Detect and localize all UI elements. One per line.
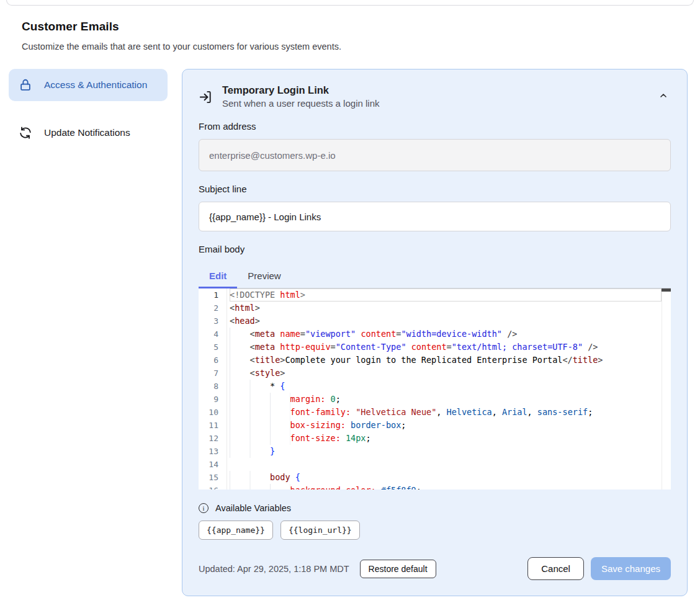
line-number: 9 [199, 393, 218, 406]
email-settings-panel: Temporary Login Link Sent when a user re… [182, 69, 688, 596]
line-number: 8 [199, 380, 218, 393]
code-lines[interactable]: <!DOCTYPE html><html><head><meta name="v… [227, 288, 662, 490]
line-number: 16 [199, 484, 218, 490]
sidebar-item-label: Update Notifications [44, 127, 130, 138]
code-line[interactable]: <html> [230, 302, 662, 315]
panel-subtitle: Sent when a user requests a login link [222, 98, 379, 109]
restore-default-button[interactable]: Restore default [360, 560, 436, 578]
indent-guides [230, 328, 250, 341]
line-number: 13 [199, 445, 218, 458]
code-line[interactable]: font-family: "Helvetica Neue", Helvetica… [230, 406, 662, 419]
email-body-label: Email body [199, 244, 671, 254]
code-line[interactable]: <meta http-equiv="Content-Type" content=… [230, 341, 662, 354]
info-icon: i [199, 503, 209, 513]
available-variables-header: i Available Variables [199, 503, 671, 513]
line-number: 3 [199, 315, 218, 328]
indent-guides [230, 367, 250, 380]
code-line[interactable]: <!DOCTYPE html> [230, 288, 662, 302]
line-number: 14 [199, 458, 218, 471]
sync-icon [19, 126, 32, 140]
subject-line-label: Subject line [199, 184, 671, 194]
content-area: Access & AuthenticationUpdate Notificati… [9, 69, 688, 596]
panel-header-text: Temporary Login Link Sent when a user re… [222, 84, 379, 109]
indent-guides [230, 445, 270, 458]
line-number: 2 [199, 302, 218, 315]
code-line[interactable]: box-sizing: border-box; [230, 419, 662, 432]
page-title: Customer Emails [22, 20, 700, 34]
line-number: 1 [199, 288, 218, 302]
cancel-button[interactable]: Cancel [527, 557, 584, 580]
code-line[interactable]: <style> [230, 367, 662, 380]
line-number: 11 [199, 419, 218, 432]
panel-title: Temporary Login Link [222, 84, 379, 96]
collapse-panel-button[interactable] [656, 88, 671, 105]
indent-guides [230, 341, 250, 354]
indent-guides [230, 406, 290, 419]
indent-guides [230, 419, 290, 432]
lock-icon [19, 78, 32, 92]
code-line[interactable]: * { [230, 380, 662, 393]
line-number: 4 [199, 328, 218, 341]
from-address-label: From address [199, 121, 671, 132]
email-body-tabs: EditPreview [199, 264, 671, 288]
line-number: 6 [199, 354, 218, 367]
sidebar-item-update-notifications[interactable]: Update Notifications [9, 117, 168, 149]
panel-footer: Updated: Apr 29, 2025, 1:18 PM MDT Resto… [199, 557, 671, 580]
variable-chip[interactable]: {{app_name}} [199, 521, 273, 540]
line-number: 12 [199, 432, 218, 445]
line-number: 5 [199, 341, 218, 354]
sidebar: Access & AuthenticationUpdate Notificati… [9, 69, 168, 149]
variable-chip[interactable]: {{login_url}} [280, 521, 360, 540]
sidebar-item-access-authentication[interactable]: Access & Authentication [9, 69, 168, 101]
code-line[interactable]: margin: 0; [230, 393, 662, 406]
page-description: Customize the emails that are sent to yo… [22, 42, 700, 51]
from-address-input[interactable] [199, 139, 671, 171]
code-line[interactable]: <meta name="viewport" content="width=dev… [230, 328, 662, 341]
code-line[interactable] [230, 458, 662, 471]
scrollbar-thumb[interactable] [662, 288, 671, 292]
line-number-gutter: 12345678910111213141516 [199, 288, 227, 490]
indent-guides [230, 393, 290, 406]
code-line[interactable]: <title>Complete your login to the Replic… [230, 354, 662, 367]
code-line[interactable]: background-color: #f5f8f9; [230, 484, 662, 490]
tab-preview[interactable]: Preview [237, 264, 291, 288]
indent-guides [230, 354, 250, 367]
code-line[interactable]: font-size: 14px; [230, 432, 662, 445]
available-variables-label: Available Variables [215, 503, 291, 513]
indent-guides [230, 432, 290, 445]
save-changes-button[interactable]: Save changes [591, 557, 671, 580]
panel-header: Temporary Login Link Sent when a user re… [199, 84, 671, 109]
code-editor[interactable]: 12345678910111213141516 <!DOCTYPE html><… [199, 288, 671, 490]
variable-chips: {{app_name}}{{login_url}} [199, 521, 671, 540]
editor-scrollbar[interactable] [662, 288, 671, 490]
line-number: 15 [199, 471, 218, 484]
indent-guides [230, 484, 290, 490]
login-icon [199, 90, 213, 104]
subject-line-input[interactable] [199, 202, 671, 231]
updated-timestamp: Updated: Apr 29, 2025, 1:18 PM MDT [199, 564, 349, 574]
chevron-up-icon [658, 91, 668, 102]
previous-card-bottom-edge [6, 0, 694, 6]
tab-edit[interactable]: Edit [199, 264, 237, 288]
line-number: 10 [199, 406, 218, 419]
indent-guides [230, 471, 270, 484]
code-line[interactable]: <head> [230, 315, 662, 328]
code-line[interactable]: } [230, 445, 662, 458]
sidebar-item-label: Access & Authentication [44, 79, 147, 91]
line-number: 7 [199, 367, 218, 380]
code-line[interactable]: body { [230, 471, 662, 484]
indent-guides [230, 380, 270, 393]
footer-action-buttons: Cancel Save changes [527, 557, 671, 580]
